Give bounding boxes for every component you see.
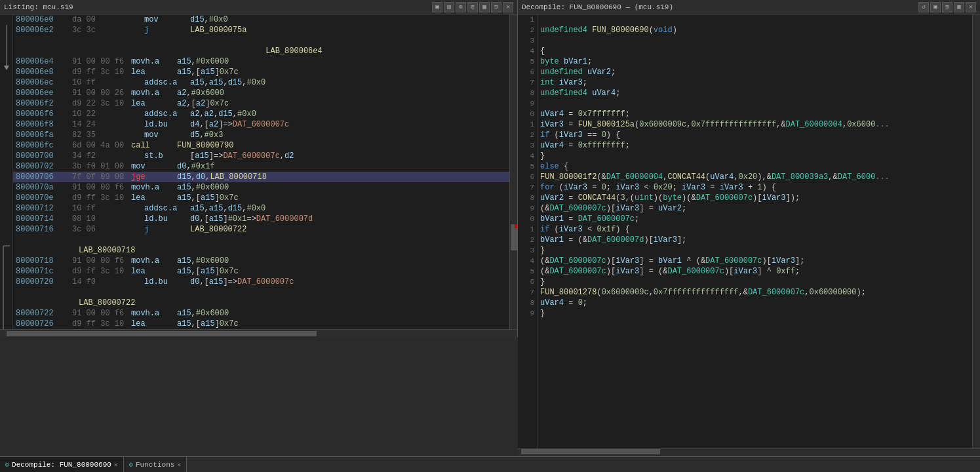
decompile-line: uVar4 = 0x7fffffff; bbox=[538, 109, 972, 119]
table-row: 800006e0 da 00 mov d15,#0x0 bbox=[13, 14, 509, 25]
left-scroll-thumb[interactable] bbox=[511, 224, 517, 250]
table-row: 800006ec 10 ff addsc.a a15,a15,d15,#0x0 bbox=[13, 77, 509, 88]
table-row: 80000726 d9 ff 3c 10 lea a15,[a15]0x7c bbox=[13, 319, 509, 329]
table-row: 800006e8 d9 ff 3c 10 lea a15,[a15]0x7c bbox=[13, 67, 509, 77]
decompile-line: (&DAT_6000007c)[iVar3] = (&DAT_6000007c)… bbox=[538, 266, 972, 277]
label-line-2: LAB_80000718 bbox=[13, 245, 509, 256]
table-row: 8000071c d9 ff 3c 10 lea a15,[a15]0x7c bbox=[13, 266, 509, 277]
decompile-line: bVar1 = DAT_6000007c; bbox=[538, 214, 972, 224]
decompile-tab-close[interactable]: ✕ bbox=[114, 461, 118, 469]
decompile-line: (&DAT_6000007c)[iVar3] = bVar1 ^ (&DAT_6… bbox=[538, 256, 972, 266]
table-row bbox=[13, 35, 509, 46]
right-icon-1[interactable]: ↺ bbox=[918, 2, 929, 12]
decompile-line: uVar4 = 0xffffffff; bbox=[538, 140, 972, 151]
table-row: 80000718 91 00 00 f6 movh.a a15,#0x6000 bbox=[13, 256, 509, 266]
label-line-3: LAB_80000722 bbox=[13, 298, 509, 308]
table-row: 80000712 10 ff addsc.a a15,a15,d15,#0x0 bbox=[13, 203, 509, 214]
table-row: 80000714 08 10 ld.bu d0,[a15]#0x1=>DAT_6… bbox=[13, 214, 509, 224]
label-line: LAB_800006e4 bbox=[13, 46, 509, 56]
left-scrollbar-horizontal[interactable] bbox=[0, 329, 517, 337]
flow-arrows-svg bbox=[0, 14, 13, 329]
line-numbers: 1 2 3 4 5 6 7 8 9 0 1 2 3 4 5 6 7 bbox=[518, 14, 538, 448]
left-header-icons: ▣ ▤ ⚙ ⊞ ▦ ⊟ ✕ bbox=[432, 2, 513, 12]
right-header: Decompile: FUN_80000690 — (mcu.s19) ↺ ▣ … bbox=[518, 0, 980, 14]
panels: Listing: mcu.s19 ▣ ▤ ⚙ ⊞ ▦ ⊟ ✕ bbox=[0, 0, 980, 456]
decompile-line: int iVar3; bbox=[538, 77, 972, 88]
decompile-line: } bbox=[538, 245, 972, 256]
right-header-icons: ↺ ▣ ⊞ ▦ ✕ bbox=[918, 2, 976, 12]
decompile-line: undefined uVar2; bbox=[538, 67, 972, 77]
decompile-line bbox=[538, 98, 972, 109]
left-scrollbar-vertical[interactable] bbox=[509, 14, 517, 329]
decompile-line: undefined4 uVar4; bbox=[538, 88, 972, 98]
decompile-line: (&DAT_6000007c)[iVar3] = uVar2; bbox=[538, 203, 972, 214]
listing-icon-5[interactable]: ▦ bbox=[479, 2, 490, 12]
decompile-line: iVar3 = FUN_8000125a(0x6000009c,0x7fffff… bbox=[538, 119, 972, 130]
left-gutter bbox=[0, 14, 13, 329]
decompile-line: if (iVar3 < 0x1f) { bbox=[538, 224, 972, 235]
decompile-line: { bbox=[538, 46, 972, 56]
left-content: 800006e0 da 00 mov d15,#0x0 800006e2 3c … bbox=[0, 14, 517, 329]
decompile-line: undefined4 FUN_80000690(void) bbox=[538, 25, 972, 35]
table-row: 80000716 3c 06 j LAB_80000722 bbox=[13, 224, 509, 235]
right-close[interactable]: ✕ bbox=[966, 2, 976, 12]
decompile-line: } bbox=[538, 277, 972, 287]
left-panel: Listing: mcu.s19 ▣ ▤ ⚙ ⊞ ▦ ⊟ ✕ bbox=[0, 0, 518, 337]
decompile-line bbox=[538, 14, 972, 25]
tab-functions[interactable]: ⚙ Functions ✕ bbox=[124, 457, 187, 473]
decompile-line: if (iVar3 == 0) { bbox=[538, 130, 972, 140]
right-h-scroll-thumb[interactable] bbox=[521, 449, 660, 454]
listing-icon-3[interactable]: ⚙ bbox=[456, 2, 466, 12]
listing-icon-6[interactable]: ⊟ bbox=[491, 2, 501, 12]
right-content: 1 2 3 4 5 6 7 8 9 0 1 2 3 4 5 6 7 bbox=[518, 14, 980, 448]
table-row bbox=[13, 235, 509, 245]
table-row: 800006f8 14 24 ld.bu d4,[a2]=>DAT_600000… bbox=[13, 119, 509, 130]
table-row: 800006fa 82 35 mov d5,#0x3 bbox=[13, 130, 509, 140]
table-row: 80000700 34 f2 st.b [a15]=>DAT_6000007c,… bbox=[13, 151, 509, 161]
left-code-area[interactable]: 800006e0 da 00 mov d15,#0x0 800006e2 3c … bbox=[13, 14, 509, 329]
tab-decompile[interactable]: ⚙ Decompile: FUN_80000690 ✕ bbox=[0, 457, 124, 473]
table-row: 80000702 3b f0 01 00 mov d0,#0x1f bbox=[13, 161, 509, 172]
main-container: Listing: mcu.s19 ▣ ▤ ⚙ ⊞ ▦ ⊟ ✕ bbox=[0, 0, 980, 472]
table-row: 8000070e d9 ff 3c 10 lea a15,[a15]0x7c bbox=[13, 193, 509, 203]
left-panel-wrapper: Listing: mcu.s19 ▣ ▤ ⚙ ⊞ ▦ ⊟ ✕ bbox=[0, 0, 518, 456]
left-header: Listing: mcu.s19 ▣ ▤ ⚙ ⊞ ▦ ⊟ ✕ bbox=[0, 0, 517, 14]
table-row: 80000722 91 00 00 f6 movh.a a15,#0x6000 bbox=[13, 308, 509, 319]
table-row: 800006e2 3c 3c j LAB_8000075a bbox=[13, 25, 509, 35]
right-icon-3[interactable]: ⊞ bbox=[942, 2, 952, 12]
decompile-line bbox=[538, 35, 972, 46]
right-code-area[interactable]: undefined4 FUN_80000690(void) { byte bVa… bbox=[538, 14, 972, 448]
decompile-line: uVar4 = 0; bbox=[538, 298, 972, 308]
functions-tab-close[interactable]: ✕ bbox=[177, 461, 181, 469]
bottom-tab-bar: ⚙ Decompile: FUN_80000690 ✕ ⚙ Functions … bbox=[0, 456, 980, 472]
right-scrollbar-horizontal[interactable] bbox=[518, 448, 980, 456]
table-row: 80000720 14 f0 ld.bu d0,[a15]=>DAT_60000… bbox=[13, 277, 509, 287]
functions-tab-label: Functions bbox=[136, 461, 174, 469]
left-scroll-marker-1 bbox=[515, 224, 517, 228]
decompile-line: } bbox=[538, 308, 972, 319]
listing-icon-4[interactable]: ⊞ bbox=[467, 2, 478, 12]
h-scroll-thumb[interactable] bbox=[7, 331, 317, 336]
right-panel: Decompile: FUN_80000690 — (mcu.s19) ↺ ▣ … bbox=[518, 0, 980, 456]
decompile-line: else { bbox=[538, 161, 972, 172]
left-panel-title: Listing: mcu.s19 bbox=[4, 3, 73, 11]
right-icon-2[interactable]: ▣ bbox=[930, 2, 941, 12]
table-row: 8000070a 91 00 00 f6 movh.a a15,#0x6000 bbox=[13, 182, 509, 193]
table-row bbox=[13, 287, 509, 298]
functions-tab-icon: ⚙ bbox=[129, 461, 133, 469]
listing-icon-1[interactable]: ▣ bbox=[432, 2, 442, 12]
table-row: 800006fc 6d 00 4a 00 call FUN_80000790 bbox=[13, 140, 509, 151]
decompile-line: FUN_800001f2(&DAT_60000004,CONCAT44(uVar… bbox=[538, 172, 972, 182]
decompile-line: FUN_80001278(0x6000009c,0x7fffffffffffff… bbox=[538, 287, 972, 298]
table-row: 80000706 7f 0f 09 00 jge d15,d0,LAB_8000… bbox=[13, 172, 509, 182]
decompile-line: byte bVar1; bbox=[538, 56, 972, 67]
decompile-line: bVar1 = (&DAT_6000007d)[iVar3]; bbox=[538, 235, 972, 245]
listing-close[interactable]: ✕ bbox=[503, 2, 513, 12]
listing-icon-2[interactable]: ▤ bbox=[444, 2, 454, 12]
table-row: 800006ee 91 00 00 26 movh.a a2,#0x6000 bbox=[13, 88, 509, 98]
decompile-line: for (iVar3 = 0; iVar3 < 0x20; iVar3 = iV… bbox=[538, 182, 972, 193]
table-row: 800006f2 d9 22 3c 10 lea a2,[a2]0x7c bbox=[13, 98, 509, 109]
right-icon-4[interactable]: ▦ bbox=[954, 2, 964, 12]
right-scrollbar-vertical[interactable] bbox=[972, 14, 980, 448]
table-row: 800006f6 10 22 addsc.a a2,a2,d15,#0x0 bbox=[13, 109, 509, 119]
